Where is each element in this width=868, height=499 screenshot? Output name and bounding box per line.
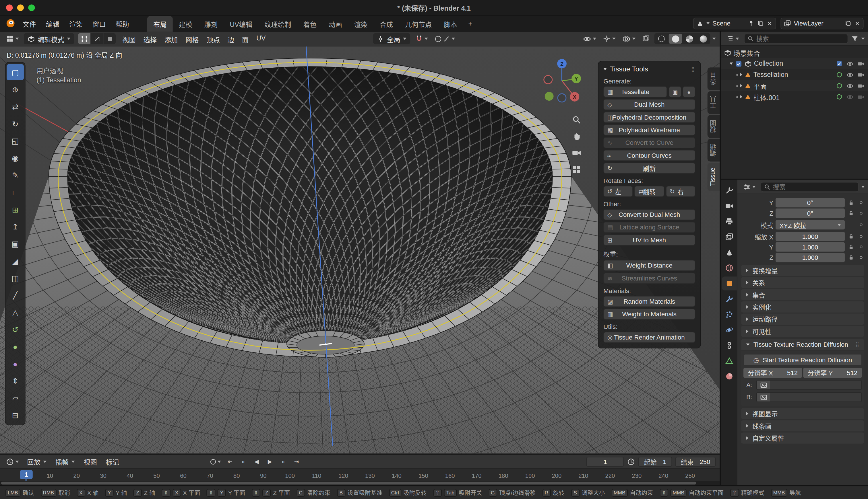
resolution-y-field[interactable]: 分辨率 Y 512: [803, 368, 862, 378]
expand-icon[interactable]: [730, 62, 733, 65]
scene-selector[interactable]: Scene: [693, 17, 776, 29]
viewport-menu[interactable]: 选择: [140, 32, 160, 46]
tessellate-button[interactable]: ▦ Tessellate: [603, 86, 667, 98]
properties-search-input[interactable]: [773, 183, 855, 190]
scale-value-field[interactable]: 1.000: [775, 232, 845, 241]
collapsed-panel[interactable]: 变换增量: [741, 265, 864, 276]
frame-start-field[interactable]: 起始1: [638, 457, 672, 466]
tool-button[interactable]: ●: [7, 356, 24, 372]
tissue-button[interactable]: ≈ Contour Curves: [603, 150, 695, 161]
outliner-editor-type-button[interactable]: [724, 33, 741, 44]
workspace-tab[interactable]: 动画: [323, 16, 348, 31]
tab-object-data[interactable]: [722, 354, 737, 368]
tissue-button[interactable]: ⊞ UV to Mesh: [603, 234, 695, 246]
transport-button[interactable]: ▶: [263, 456, 276, 467]
tab-render[interactable]: [722, 199, 737, 213]
tool-button[interactable]: ▢: [7, 64, 24, 80]
transport-button[interactable]: ⇤: [224, 456, 236, 467]
tissue-button[interactable]: ◇ Dual Mesh: [603, 99, 695, 110]
start-reaction-diffusion-button[interactable]: ◷ Start Texture Reaction Diffusion: [744, 354, 862, 366]
tool-button[interactable]: ⊞: [7, 201, 24, 217]
rotate-faces-button[interactable]: ↺ 左: [603, 186, 633, 197]
tool-button[interactable]: ⇕: [7, 373, 24, 389]
collapsed-panel[interactable]: 线条画: [741, 421, 864, 431]
animate-decorator-icon[interactable]: [859, 201, 862, 204]
collection-row[interactable]: Collection: [721, 58, 868, 69]
checkbox-icon[interactable]: [836, 60, 843, 67]
eye-icon[interactable]: [846, 71, 854, 78]
tab-modifiers[interactable]: [722, 292, 737, 306]
camera-view-icon[interactable]: [572, 148, 581, 158]
viewport-canvas[interactable]: D: 0.01276 m (0.01276 m) 沿 全局 Z 向 用户透视 (…: [0, 47, 720, 453]
tool-button[interactable]: ⊟: [7, 407, 24, 423]
lock-icon[interactable]: [848, 233, 854, 240]
ortho-grid-icon[interactable]: [572, 165, 581, 174]
sidebar-tab[interactable]: 视图: [708, 115, 720, 138]
gizmo-x-neg-axis[interactable]: [544, 75, 552, 84]
tissue-button[interactable]: ▨ Random Materials: [603, 296, 695, 307]
tab-output[interactable]: [722, 215, 737, 228]
rotate-faces-button[interactable]: ⇄ 翻转: [635, 186, 664, 197]
gizmos-dropdown[interactable]: [601, 33, 618, 45]
tissue-button[interactable]: ◫ Polyhedral Decomposition: [603, 112, 695, 123]
tissue-button[interactable]: ◧ Weight Distance: [603, 260, 695, 271]
workspace-tab[interactable]: 建模: [173, 16, 198, 31]
animate-decorator-icon[interactable]: [859, 245, 862, 248]
tool-button[interactable]: ◱: [7, 133, 24, 149]
camera-visibility-icon[interactable]: [857, 93, 865, 100]
zoom-icon[interactable]: [572, 115, 581, 124]
tab-object[interactable]: [722, 277, 737, 290]
tool-button[interactable]: ⇄: [7, 98, 24, 114]
texture-b-field[interactable]: [756, 392, 862, 402]
timeline-scrollbar[interactable]: [0, 482, 720, 485]
timeline-menu[interactable]: 标记: [101, 454, 123, 468]
expand-icon[interactable]: [740, 73, 742, 76]
workspace-tab[interactable]: 着色: [297, 16, 323, 31]
chevron-down-icon[interactable]: [861, 37, 865, 39]
properties-search[interactable]: [761, 182, 858, 192]
viewport-menu[interactable]: 面: [238, 32, 252, 46]
timeline-ruler[interactable]: 1020304050607080901001101201301401501601…: [0, 468, 720, 481]
workspace-tab[interactable]: 渲染: [348, 16, 374, 31]
collapsed-panel[interactable]: 自定义属性: [741, 433, 864, 444]
expand-icon[interactable]: [740, 95, 742, 99]
tab-material[interactable]: [722, 369, 737, 383]
workspace-tab[interactable]: 雕刻: [198, 16, 224, 31]
workspace-tab[interactable]: UV编辑: [224, 16, 258, 31]
tissue-button[interactable]: ▤ Lattice along Surface: [603, 222, 695, 233]
viewport-menu[interactable]: 边: [224, 32, 238, 46]
animate-decorator-icon[interactable]: [859, 235, 862, 238]
workspace-tab[interactable]: 几何节点: [399, 16, 438, 31]
eye-icon[interactable]: [846, 93, 854, 100]
resolution-x-field[interactable]: 分辨率 X 512: [744, 368, 802, 378]
tab-world[interactable]: [722, 261, 737, 275]
snap-dropdown[interactable]: [413, 33, 430, 45]
menubar-menu[interactable]: 帮助: [111, 16, 134, 30]
shading-material-button[interactable]: [682, 34, 696, 44]
lock-icon[interactable]: [848, 244, 854, 250]
tool-button[interactable]: ▣: [7, 236, 24, 252]
keying-set-button[interactable]: [208, 456, 223, 467]
tool-button[interactable]: ◫: [7, 270, 24, 286]
camera-visibility-icon[interactable]: [857, 71, 865, 78]
pan-hand-icon[interactable]: [572, 132, 581, 141]
tool-button[interactable]: ∟: [7, 184, 24, 200]
tool-button[interactable]: ◢: [7, 253, 24, 269]
close-window-button[interactable]: [6, 4, 13, 11]
menubar-menu[interactable]: 文件: [18, 16, 41, 30]
transport-button[interactable]: «: [237, 456, 250, 467]
minimize-window-button[interactable]: [17, 4, 24, 11]
close-icon[interactable]: [767, 20, 773, 26]
visibility-dropdown[interactable]: [581, 33, 598, 45]
shading-solid-button[interactable]: [669, 34, 682, 44]
tissue-button[interactable]: ◇ Convert to Dual Mesh: [603, 209, 695, 220]
proportional-edit-button[interactable]: [433, 33, 457, 45]
transport-button[interactable]: »: [277, 456, 289, 467]
chevron-down-icon[interactable]: [712, 38, 716, 40]
edge-select-button[interactable]: [91, 33, 103, 45]
collapsed-panel[interactable]: 视图显示: [741, 408, 864, 419]
chevron-down-icon[interactable]: [861, 185, 865, 188]
gizmo-y-neg-axis[interactable]: [545, 92, 554, 101]
shading-rendered-button[interactable]: [696, 34, 710, 44]
animate-decorator-icon[interactable]: [859, 212, 862, 215]
